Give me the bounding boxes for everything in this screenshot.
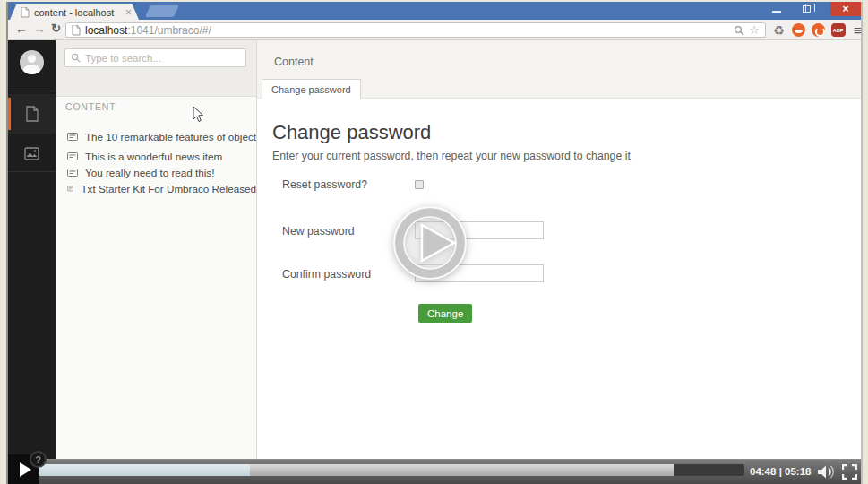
breadcrumb: Content [274,56,314,68]
forward-button[interactable]: → [33,22,46,36]
sidebar-item-content[interactable] [8,94,56,134]
sidebar-item-media[interactable] [8,134,56,173]
tab-close-icon[interactable]: × [125,8,132,17]
page-title: Change password [272,121,431,144]
tree-search-icon [71,53,81,63]
article-icon [67,152,78,160]
video-control-bar: ? 04:48 | 05:18 [8,459,861,484]
reset-password-checkbox[interactable] [415,180,424,189]
progress-buffered [250,464,674,476]
tree-item[interactable]: You really need to read this! [56,163,256,181]
new-tab-button[interactable] [145,5,179,17]
active-section-indicator [8,98,11,130]
article-icon [67,185,73,193]
volume-icon[interactable] [817,464,835,480]
page-description: Enter your current password, then repeat… [272,150,631,162]
url-text: localhost:1041/umbraco/#/ [85,24,729,37]
window-minimize-button[interactable] [768,2,786,16]
new-password-label: New password [282,225,355,238]
tree-item[interactable]: The 10 remarkable features of object [56,127,256,145]
current-time: 04:48 [750,466,776,477]
bookmark-star-icon[interactable]: ☆ [749,23,760,37]
url-path: :1041/umbraco/#/ [127,24,211,37]
address-bar[interactable]: localhost:1041/umbraco/#/ ☆ [65,22,766,38]
tree-item-label: Txt Starter Kit For Umbraco Released [81,183,256,194]
tree-item-label: This is a wonderful news item [85,151,222,162]
adblock-extension-icon[interactable]: ABP [830,22,846,38]
search-icon[interactable] [734,25,744,36]
recycle-extension-icon[interactable]: ♻ [771,22,786,38]
main-header-strip: Content Change password [257,40,861,99]
time-separator: | [779,466,782,477]
confirm-password-label: Confirm password [282,268,371,281]
sections-sidebar [8,40,56,459]
tree-item-label: The 10 remarkable features of object [85,131,256,143]
mouse-cursor [193,106,204,123]
fullscreen-icon[interactable] [842,464,857,480]
time-display: 04:48 | 05:18 [750,466,811,477]
page-icon [72,25,81,36]
change-button[interactable]: Change [418,304,472,323]
window-close-button[interactable]: × [830,2,861,16]
user-avatar[interactable] [20,50,44,74]
window-maximize-button[interactable] [796,2,816,16]
url-host: localhost [85,24,127,37]
progress-played [39,464,250,476]
tree-search-box [64,48,246,67]
tree-section-header: CONTENT [65,101,116,112]
tree-item[interactable]: This is a wonderful news item [56,147,256,165]
total-time: 05:18 [785,466,811,477]
tree-panel: CONTENT The 10 remarkable features of ob… [56,40,257,459]
main-panel: Content Change password Change password … [257,40,861,459]
tree-search-input[interactable] [85,53,240,64]
orange-extension-icon[interactable] [811,22,826,38]
browser-toolbar: ← → ↻ localhost:1041/umbraco/#/ ☆ ♻ ABP … [8,20,861,40]
play-icon [20,462,31,477]
article-icon [67,133,78,141]
back-button[interactable]: ← [15,22,28,36]
progress-bar[interactable] [39,464,744,476]
tree-search-strip [56,40,256,97]
tab-change-password[interactable]: Change password [262,79,361,99]
page-favicon-icon [21,7,30,18]
video-play-overlay[interactable] [387,200,474,287]
browser-menu-icon[interactable]: ≡ [850,22,865,38]
content-section-icon [25,106,39,122]
player-help-icon[interactable]: ? [30,451,47,468]
media-section-icon [24,147,39,160]
tree-item[interactable]: Txt Starter Kit For Umbraco Released [56,179,256,197]
tree-item-label: You really need to read this! [85,167,214,178]
article-icon [67,169,78,177]
tab-title: content - localhost [34,7,121,18]
browser-titlebar: content - localhost × × [8,2,861,20]
browser-tab[interactable]: content - localhost × [10,4,139,20]
reload-button[interactable]: ↻ [51,22,61,35]
reset-password-label: Reset password? [282,178,367,191]
umbraco-extension-icon[interactable] [791,22,806,38]
